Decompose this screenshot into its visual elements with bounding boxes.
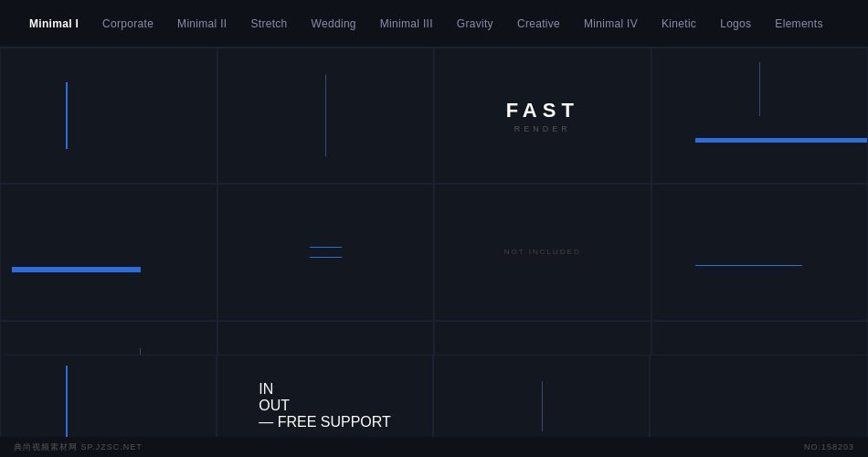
cell-3[interactable]: FAST RENDER (434, 48, 651, 184)
render-label: RENDER (506, 124, 579, 133)
blue-horizontal-bar-4 (695, 138, 867, 143)
fast-render-text: FAST RENDER (506, 99, 579, 133)
fast-label: FAST (506, 99, 579, 122)
watermark-bar: 典尚视频素材网 SP.JZSC.NET NO:158203 (0, 437, 868, 457)
cell-1[interactable] (0, 48, 217, 184)
cell-7[interactable]: NOT INCLUDED (434, 184, 651, 320)
in-label: IN (259, 381, 391, 398)
vertical-blue-line-13 (66, 366, 68, 441)
nav-item-kinetic[interactable]: Kinetic (651, 12, 707, 36)
line-bottom (310, 257, 342, 258)
thin-vertical-line-2 (325, 75, 326, 155)
watermark-right: NO:158203 (804, 442, 854, 452)
nav-item-wedding[interactable]: Wedding (301, 12, 367, 36)
nav-item-minimal4[interactable]: Minimal IV (573, 12, 649, 36)
watermark-left: 典尚视频素材网 SP.JZSC.NET (14, 441, 143, 453)
inout-box: IN OUT (259, 381, 391, 414)
cell-5[interactable] (0, 184, 217, 320)
thin-vertical-line-15 (542, 381, 543, 431)
nav-item-elements[interactable]: Elements (764, 12, 833, 36)
cell-4[interactable] (651, 48, 869, 184)
cell-6[interactable] (217, 184, 435, 320)
thin-horizontal-line-8 (695, 265, 803, 266)
line-top (310, 247, 342, 248)
not-included-label: NOT INCLUDED (504, 248, 581, 256)
nav-item-logos[interactable]: Logos (709, 12, 762, 36)
nav-item-minimal2[interactable]: Minimal II (166, 12, 238, 36)
out-label: OUT (259, 398, 391, 414)
cell-2[interactable] (217, 48, 435, 184)
cell-8[interactable] (651, 184, 869, 320)
nav-item-minimal1[interactable]: Minimal I (18, 12, 90, 36)
nav-item-stretch[interactable]: Stretch (239, 12, 298, 36)
nav-item-corporate[interactable]: Corporate (91, 12, 164, 36)
lines-group-6 (310, 247, 342, 258)
thin-vertical-line-4 (759, 62, 760, 116)
vertical-blue-line-1 (66, 82, 68, 150)
nav-bar: Minimal I Corporate Minimal II Stretch W… (0, 0, 868, 48)
nav-item-minimal3[interactable]: Minimal III (369, 12, 444, 36)
free-support-label: — FREE SUPPORT (259, 414, 391, 430)
nav-item-creative[interactable]: Creative (506, 12, 571, 36)
blue-horizontal-bar-5 (12, 267, 141, 272)
inout-group: IN OUT — FREE SUPPORT (259, 381, 391, 430)
nav-item-gravity[interactable]: Gravity (446, 12, 504, 36)
